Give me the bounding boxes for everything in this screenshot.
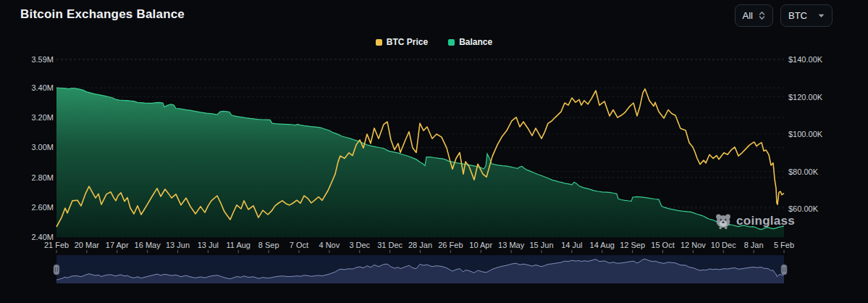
axis-label: $120.00K [788, 93, 822, 101]
axis-label: 16 May [135, 241, 161, 249]
exchange-balance-chart[interactable] [0, 0, 868, 303]
axis-label: 3.59M [0, 55, 54, 64]
axis-label: 5 Feb [774, 241, 794, 249]
axis-label: 15 Jun [529, 241, 553, 249]
axis-label: 13 Jul [198, 241, 219, 249]
axis-label: 15 Oct [651, 241, 674, 249]
axis-label: 8 Sep [258, 241, 279, 249]
axis-label: 13 Jun [166, 241, 190, 249]
axis-label: 7 Oct [290, 241, 308, 249]
axis-label: 31 Dec [377, 241, 403, 249]
axis-label: 20 Mar [75, 241, 99, 249]
coinglass-watermark: coinglass [714, 212, 795, 230]
axis-label: 14 Aug [590, 241, 615, 249]
axis-label: 2.80M [0, 173, 54, 182]
axis-label: 3 Dec [349, 241, 370, 249]
axis-label: 2.60M [0, 203, 54, 212]
axis-label: 10 Dec [711, 241, 736, 249]
axis-label: 12 Sep [620, 241, 645, 249]
axis-label: 3.20M [0, 113, 54, 122]
axis-label: 3.40M [0, 83, 54, 92]
axis-label: 21 Feb [44, 241, 69, 249]
axis-label: 12 Nov [681, 241, 706, 249]
axis-label: $80.00K [788, 167, 818, 176]
axis-label: 3.00M [0, 143, 54, 152]
axis-label: 28 Jan [408, 241, 432, 249]
axis-label: 17 Apr [106, 241, 129, 249]
axis-label: 10 Apr [469, 241, 492, 249]
navigator-handle-left[interactable] [54, 265, 59, 275]
axis-label: 4 Nov [319, 241, 340, 249]
axis-label: 13 May [498, 241, 524, 249]
axis-label: $100.00K [788, 130, 822, 138]
axis-label: 26 Feb [438, 241, 463, 249]
axis-label: 8 Jan [744, 241, 764, 249]
axis-label: 14 Jul [561, 241, 582, 249]
axis-label: 11 Aug [227, 241, 250, 249]
navigator-handle-right[interactable] [781, 265, 787, 275]
watermark-text: coinglass [736, 214, 795, 228]
coinglass-logo-icon [714, 212, 733, 230]
axis-label: $140.00K [788, 55, 822, 64]
